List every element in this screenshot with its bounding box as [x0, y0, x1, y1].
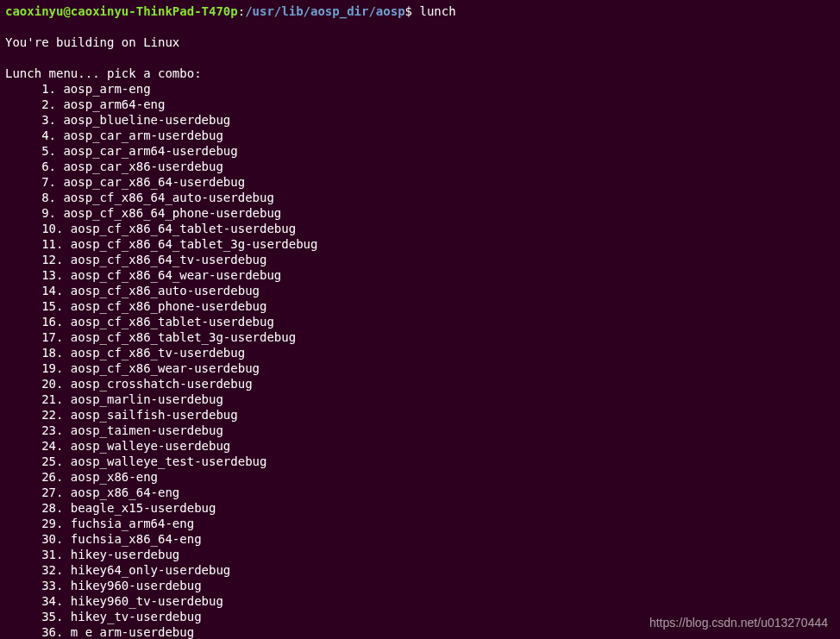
menu-item: 29. fuchsia_arm64-eng — [5, 516, 835, 531]
build-message: You're building on Linux — [5, 34, 835, 50]
dollar: $ — [405, 4, 412, 18]
menu-item: 32. hikey64_only-userdebug — [5, 562, 835, 578]
menu-item: 23. aosp_taimen-userdebug — [5, 423, 835, 438]
menu-item: 27. aosp_x86_64-eng — [5, 485, 835, 500]
menu-item: 33. hikey960-userdebug — [5, 578, 835, 593]
menu-item: 6. aosp_car_x86-userdebug — [5, 159, 835, 174]
prompt-line: caoxinyu@caoxinyu-ThinkPad-T470p:/usr/li… — [5, 3, 835, 19]
menu-item: 2. aosp_arm64-eng — [5, 97, 835, 112]
menu-item: 8. aosp_cf_x86_64_auto-userdebug — [5, 190, 835, 205]
menu-item: 28. beagle_x15-userdebug — [5, 500, 835, 516]
menu-item: 11. aosp_cf_x86_64_tablet_3g-userdebug — [5, 236, 835, 252]
menu-item: 9. aosp_cf_x86_64_phone-userdebug — [5, 205, 835, 221]
menu-item: 12. aosp_cf_x86_64_tv-userdebug — [5, 252, 835, 267]
command-text: lunch — [419, 4, 455, 18]
menu-item: 22. aosp_sailfish-userdebug — [5, 407, 835, 423]
menu-item: 17. aosp_cf_x86_tablet_3g-userdebug — [5, 329, 835, 345]
menu-item: 13. aosp_cf_x86_64_wear-userdebug — [5, 267, 835, 283]
menu-item: 10. aosp_cf_x86_64_tablet-userdebug — [5, 221, 835, 236]
watermark: https://blog.csdn.net/u013270444 — [649, 615, 828, 630]
menu-item: 14. aosp_cf_x86_auto-userdebug — [5, 283, 835, 298]
menu-item: 34. hikey960_tv-userdebug — [5, 593, 835, 609]
path: /usr/lib/aosp_dir/aosp — [245, 4, 404, 18]
menu-item: 7. aosp_car_x86_64-userdebug — [5, 174, 835, 190]
menu-header: Lunch menu... pick a combo: — [5, 66, 835, 81]
menu-item: 25. aosp_walleye_test-userdebug — [5, 454, 835, 469]
menu-item: 19. aosp_cf_x86_wear-userdebug — [5, 360, 835, 376]
menu-item: 31. hikey-userdebug — [5, 547, 835, 562]
menu-item: 3. aosp_blueline-userdebug — [5, 112, 835, 128]
menu-item: 26. aosp_x86-eng — [5, 469, 835, 485]
terminal-window[interactable]: caoxinyu@caoxinyu-ThinkPad-T470p:/usr/li… — [0, 3, 840, 639]
user-host: caoxinyu@caoxinyu-ThinkPad-T470p — [5, 4, 238, 18]
menu-item: 1. aosp_arm-eng — [5, 81, 835, 97]
menu-item: 15. aosp_cf_x86_phone-userdebug — [5, 298, 835, 314]
menu-item: 20. aosp_crosshatch-userdebug — [5, 376, 835, 392]
menu-item: 24. aosp_walleye-userdebug — [5, 438, 835, 454]
colon: : — [238, 4, 245, 18]
menu-item: 21. aosp_marlin-userdebug — [5, 392, 835, 407]
blank-line — [5, 19, 835, 34]
menu-item: 4. aosp_car_arm-userdebug — [5, 128, 835, 143]
blank-line — [5, 50, 835, 66]
menu-item: 16. aosp_cf_x86_tablet-userdebug — [5, 314, 835, 329]
menu-item: 18. aosp_cf_x86_tv-userdebug — [5, 345, 835, 360]
menu-item: 5. aosp_car_arm64-userdebug — [5, 143, 835, 159]
menu-item: 30. fuchsia_x86_64-eng — [5, 531, 835, 547]
